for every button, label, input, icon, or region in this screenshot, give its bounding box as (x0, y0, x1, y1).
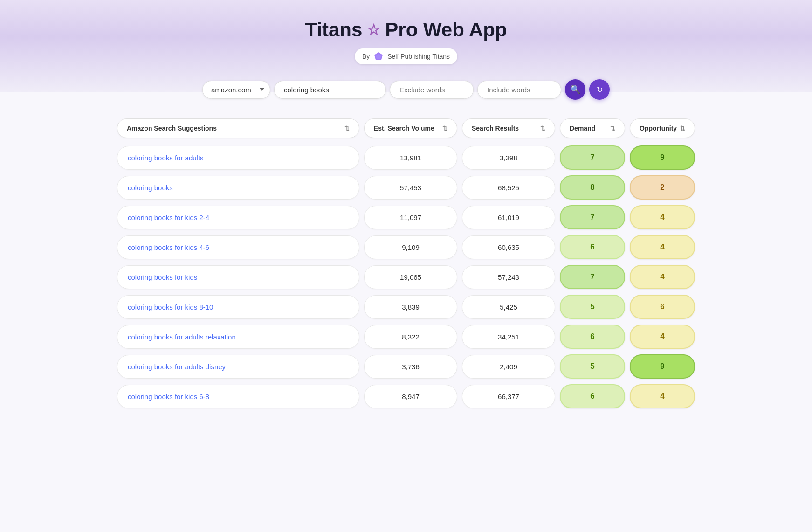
sort-icon-results: ⇅ (540, 125, 545, 132)
by-label: By (362, 53, 370, 60)
app-title: Titans ☆ Pro Web App (9, 19, 803, 41)
search-bar: amazon.com amazon.co.uk amazon.ca amazon… (0, 79, 812, 100)
volume-cell: 9,109 (364, 235, 457, 259)
volume-cell: 11,097 (364, 206, 457, 229)
opportunity-cell: 6 (630, 295, 695, 319)
sort-icon-volume: ⇅ (442, 125, 447, 132)
table-row: coloring books 57,453 68,525 8 2 (117, 175, 695, 200)
suggestion-cell[interactable]: coloring books for kids 4-6 (117, 235, 359, 259)
title-text-2: Pro Web App (385, 19, 507, 41)
sort-icon-suggestions: ⇅ (344, 125, 350, 132)
suggestion-cell[interactable]: coloring books for kids 6-8 (117, 385, 359, 408)
volume-cell: 19,065 (364, 265, 457, 289)
volume-cell: 8,322 (364, 325, 457, 349)
refresh-button[interactable]: ↻ (589, 79, 610, 100)
col-header-volume[interactable]: Est. Search Volume ⇅ (364, 118, 457, 138)
volume-cell: 3,839 (364, 295, 457, 319)
results-cell: 34,251 (462, 325, 555, 349)
demand-cell: 7 (560, 265, 625, 289)
volume-cell: 13,981 (364, 146, 457, 170)
opportunity-cell: 4 (630, 235, 695, 259)
suggestion-cell[interactable]: coloring books for adults relaxation (117, 325, 359, 349)
results-cell: 2,409 (462, 355, 555, 379)
opportunity-cell: 9 (630, 354, 695, 379)
search-icon: 🔍 (570, 84, 580, 95)
suggestion-cell[interactable]: coloring books for kids 2-4 (117, 206, 359, 229)
table-row: coloring books for adults 13,981 3,398 7… (117, 145, 695, 170)
col-header-results[interactable]: Search Results ⇅ (462, 118, 555, 138)
suggestion-cell[interactable]: coloring books for kids 8-10 (117, 295, 359, 319)
sort-icon-opportunity: ⇅ (680, 125, 685, 132)
results-cell: 5,425 (462, 295, 555, 319)
table-body: coloring books for adults 13,981 3,398 7… (117, 145, 695, 408)
opportunity-cell: 4 (630, 325, 695, 349)
marketplace-select[interactable]: amazon.com amazon.co.uk amazon.ca amazon… (202, 81, 270, 99)
opportunity-cell: 4 (630, 384, 695, 408)
star-icon: ☆ (367, 21, 380, 39)
table-row: coloring books for kids 6-8 8,947 66,377… (117, 384, 695, 408)
exclude-words-input[interactable] (390, 81, 474, 99)
demand-cell: 5 (560, 295, 625, 319)
refresh-icon: ↻ (597, 85, 603, 94)
results-cell: 66,377 (462, 385, 555, 408)
table-row: coloring books for kids 19,065 57,243 7 … (117, 265, 695, 289)
demand-cell: 8 (560, 175, 625, 200)
demand-cell: 6 (560, 384, 625, 408)
volume-cell: 3,736 (364, 355, 457, 379)
publisher-name: Self Publishing Titans (387, 53, 450, 60)
demand-cell: 7 (560, 145, 625, 170)
table-row: coloring books for kids 4-6 9,109 60,635… (117, 235, 695, 259)
title-text-1: Titans (305, 19, 362, 41)
table-row: coloring books for kids 8-10 3,839 5,425… (117, 295, 695, 319)
volume-cell: 8,947 (364, 385, 457, 408)
opportunity-cell: 4 (630, 205, 695, 229)
sort-icon-demand: ⇅ (610, 125, 615, 132)
search-button[interactable]: 🔍 (565, 79, 585, 100)
results-cell: 68,525 (462, 176, 555, 200)
table-row: coloring books for adults relaxation 8,3… (117, 325, 695, 349)
results-cell: 60,635 (462, 235, 555, 259)
table-row: coloring books for kids 2-4 11,097 61,01… (117, 205, 695, 229)
publisher-badge: By Self Publishing Titans (355, 48, 457, 64)
demand-cell: 6 (560, 235, 625, 259)
demand-cell: 5 (560, 354, 625, 379)
suggestion-cell[interactable]: coloring books for adults disney (117, 355, 359, 379)
col-header-demand[interactable]: Demand ⇅ (560, 118, 625, 138)
page-header: Titans ☆ Pro Web App By Self Publishing … (0, 0, 812, 92)
volume-cell: 57,453 (364, 176, 457, 200)
opportunity-cell: 2 (630, 175, 695, 200)
publisher-logo-icon (373, 51, 384, 62)
demand-cell: 7 (560, 205, 625, 229)
col-header-suggestions[interactable]: Amazon Search Suggestions ⇅ (117, 118, 359, 138)
table-row: coloring books for adults disney 3,736 2… (117, 354, 695, 379)
opportunity-cell: 9 (630, 145, 695, 170)
table-header-row: Amazon Search Suggestions ⇅ Est. Search … (117, 118, 695, 138)
demand-cell: 6 (560, 325, 625, 349)
suggestion-cell[interactable]: coloring books (117, 176, 359, 200)
suggestion-cell[interactable]: coloring books for kids (117, 265, 359, 289)
suggestion-cell[interactable]: coloring books for adults (117, 146, 359, 170)
opportunity-cell: 4 (630, 265, 695, 289)
search-input[interactable] (274, 81, 386, 99)
results-table: Amazon Search Suggestions ⇅ Est. Search … (103, 118, 709, 408)
results-cell: 3,398 (462, 146, 555, 170)
include-words-input[interactable] (477, 81, 561, 99)
col-header-opportunity[interactable]: Opportunity ⇅ (630, 118, 695, 138)
results-cell: 57,243 (462, 265, 555, 289)
results-cell: 61,019 (462, 206, 555, 229)
